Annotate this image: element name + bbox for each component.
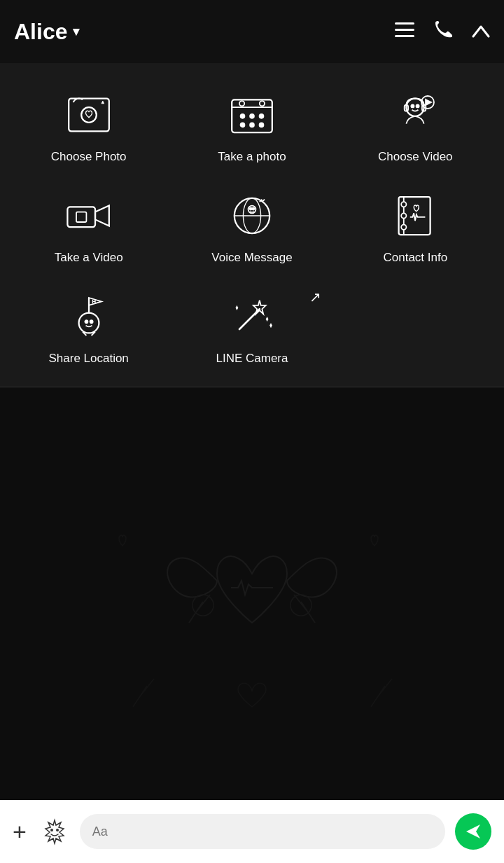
choose-video-item[interactable]: Choose Video (334, 77, 497, 171)
svg-point-32 (402, 213, 407, 218)
svg-point-35 (85, 320, 88, 323)
send-button[interactable] (455, 813, 491, 850)
choose-video-icon (390, 90, 440, 140)
svg-point-14 (260, 123, 263, 127)
svg-rect-21 (67, 207, 95, 227)
take-video-icon (64, 191, 114, 241)
contact-info-label: Contact Info (383, 251, 447, 265)
svg-point-27 (250, 208, 252, 210)
svg-point-36 (90, 320, 92, 323)
svg-point-10 (250, 114, 253, 118)
share-location-item[interactable]: Share Location (7, 279, 170, 373)
svg-rect-22 (76, 212, 86, 222)
svg-point-34 (78, 313, 99, 333)
voice-message-item[interactable]: Voice Message (170, 178, 333, 272)
take-photo-icon (227, 90, 277, 140)
svg-point-11 (260, 114, 263, 118)
line-camera-item[interactable]: ↗ LINE Camera (170, 279, 333, 373)
contact-info-item[interactable]: Contact Info (334, 178, 497, 272)
choose-photo-label: Choose Photo (51, 150, 127, 164)
svg-rect-0 (395, 22, 414, 25)
choose-video-label: Choose Video (378, 150, 453, 164)
svg-point-43 (290, 595, 312, 616)
chat-area: 12:14 (0, 387, 504, 858)
svg-point-4 (81, 107, 97, 123)
chat-title[interactable]: Alice ▾ (14, 19, 79, 45)
svg-point-7 (239, 101, 244, 106)
svg-point-31 (402, 202, 407, 207)
add-attachment-button[interactable]: + (13, 820, 27, 843)
take-video-item[interactable]: Take a Video (7, 178, 170, 272)
svg-rect-2 (395, 35, 414, 37)
take-photo-label: Take a photo (218, 150, 286, 164)
sticker-button[interactable] (39, 816, 70, 847)
bottom-bar: + (0, 800, 504, 863)
line-camera-icon (227, 291, 277, 342)
share-location-label: Share Location (48, 352, 128, 366)
expand-arrow-icon: ↗ (309, 289, 321, 305)
header-icons (395, 20, 490, 43)
choose-photo-item[interactable]: Choose Photo (7, 77, 170, 171)
menu-icon[interactable] (395, 21, 414, 43)
voice-message-icon (227, 191, 277, 241)
svg-point-8 (260, 101, 265, 106)
header: Alice ▾ (0, 0, 504, 63)
svg-point-16 (412, 105, 414, 108)
svg-point-42 (192, 595, 214, 616)
phone-icon[interactable] (434, 20, 452, 43)
svg-point-28 (252, 208, 254, 210)
share-location-icon (64, 291, 114, 342)
empty-cell (334, 279, 497, 373)
svg-point-33 (402, 225, 407, 230)
line-camera-label: LINE Camera (216, 352, 288, 366)
voice-message-label: Voice Message (211, 251, 292, 265)
contact-name: Alice (14, 19, 67, 45)
message-input[interactable] (80, 814, 445, 849)
svg-point-9 (241, 114, 244, 118)
contact-info-icon (390, 191, 440, 241)
chevron-down-icon[interactable]: ▾ (73, 24, 79, 39)
take-photo-item[interactable]: Take a photo (170, 77, 333, 171)
svg-point-12 (241, 123, 244, 127)
svg-point-17 (416, 105, 419, 108)
take-video-label: Take a Video (55, 251, 123, 265)
chevron-up-icon[interactable] (472, 21, 490, 43)
svg-point-45 (56, 829, 59, 831)
svg-rect-1 (395, 29, 414, 31)
chat-background (0, 387, 504, 858)
attachment-menu: Choose Photo Take a photo (0, 63, 504, 387)
choose-photo-icon (64, 90, 114, 140)
svg-point-44 (50, 829, 53, 831)
svg-point-13 (250, 123, 253, 127)
